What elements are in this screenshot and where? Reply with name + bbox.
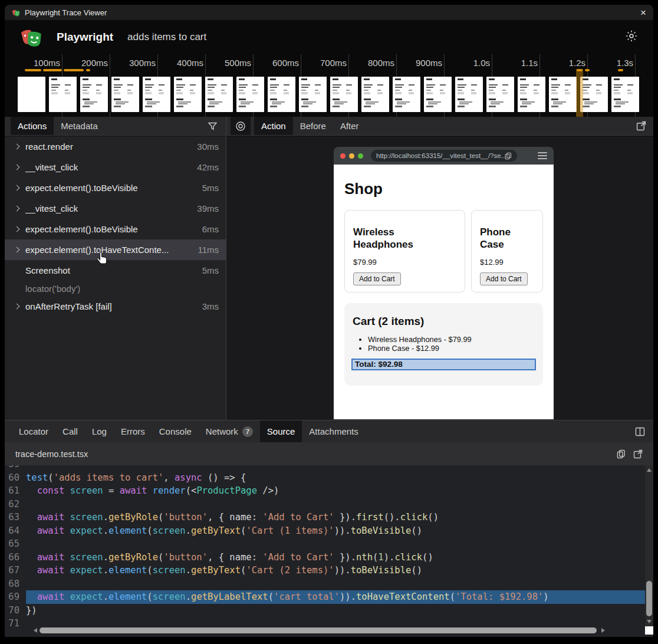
action-duration-bar bbox=[25, 69, 41, 71]
line-content: const screen = await render(<ProductPage… bbox=[26, 484, 645, 498]
split-view-icon[interactable] bbox=[635, 420, 645, 442]
action-row-vitest-click[interactable]: __vitest_click39ms bbox=[5, 198, 226, 219]
traffic-light-yellow bbox=[349, 153, 354, 159]
film-thumbnail[interactable] bbox=[580, 77, 608, 112]
film-thumbnail[interactable] bbox=[18, 77, 45, 112]
tab-locator[interactable]: Locator bbox=[12, 420, 55, 442]
film-thumbnail[interactable] bbox=[80, 77, 108, 112]
film-thumbnail[interactable] bbox=[111, 77, 139, 112]
film-thumbnail[interactable] bbox=[236, 77, 264, 112]
timeline[interactable]: 100ms200ms300ms400ms500ms600ms700ms800ms… bbox=[5, 54, 653, 117]
action-row-screenshot[interactable]: Screenshot5ms bbox=[5, 260, 226, 281]
action-row-expect-element-tohavetextconte[interactable]: expect.element().toHaveTextConte...11ms bbox=[5, 239, 226, 260]
action-row-vitest-click[interactable]: __vitest_click42ms bbox=[5, 157, 226, 178]
product-cards: Wireless Headphones$79.99Add to CartPhon… bbox=[344, 210, 543, 293]
tab-errors[interactable]: Errors bbox=[114, 420, 152, 442]
tab-after-label: After bbox=[340, 121, 359, 131]
code-line-60: 60test('adds items to cart', async () =>… bbox=[5, 471, 653, 485]
scroll-down-arrow[interactable] bbox=[647, 620, 652, 623]
line-content bbox=[26, 577, 645, 591]
test-title: adds items to cart bbox=[127, 31, 206, 43]
line-number: 64 bbox=[5, 524, 26, 538]
vertical-scrollbar-thumb[interactable] bbox=[646, 581, 652, 616]
action-label: Screenshot bbox=[25, 265, 70, 275]
copy-url-icon[interactable] bbox=[505, 152, 512, 160]
film-thumbnail[interactable] bbox=[330, 77, 358, 112]
film-thumbnail[interactable] bbox=[611, 77, 639, 112]
film-thumbnail[interactable] bbox=[424, 77, 452, 112]
chevron-right-icon[interactable] bbox=[14, 226, 20, 232]
action-label: __vitest_click bbox=[25, 162, 78, 172]
line-number: 65 bbox=[5, 537, 26, 551]
film-thumbnail[interactable] bbox=[518, 77, 545, 112]
film-thumbnail[interactable] bbox=[174, 77, 202, 112]
chevron-right-icon[interactable] bbox=[14, 165, 20, 170]
filmstrip bbox=[5, 77, 653, 112]
film-thumbnail[interactable] bbox=[49, 77, 77, 112]
code-line-61: 61 const screen = await render(<ProductP… bbox=[5, 484, 653, 498]
action-row-expect-element-tobevisible[interactable]: expect.element().toBeVisible6ms bbox=[5, 219, 226, 239]
chevron-right-icon[interactable] bbox=[14, 247, 20, 253]
action-row-expect-element-tobevisible[interactable]: expect.element().toBeVisible5ms bbox=[5, 178, 226, 198]
line-content: await expect.element(screen.getByLabelTe… bbox=[26, 590, 645, 604]
tab-call[interactable]: Call bbox=[55, 420, 85, 442]
film-thumbnail[interactable] bbox=[549, 77, 577, 112]
hamburger-menu-icon[interactable] bbox=[538, 152, 547, 159]
open-external-icon[interactable] bbox=[636, 117, 646, 135]
tab-source[interactable]: Source bbox=[260, 420, 302, 442]
tab-after[interactable]: After bbox=[333, 117, 366, 135]
add-to-cart-button[interactable]: Add to Cart bbox=[480, 272, 528, 285]
source-code-view[interactable]: 5960test('adds items to cart', async () … bbox=[5, 465, 653, 637]
code-lines: 5960test('adds items to cart', async () … bbox=[5, 465, 653, 630]
line-number: 59 bbox=[5, 465, 26, 471]
horizontal-scrollbar[interactable] bbox=[32, 626, 645, 635]
close-icon[interactable]: × bbox=[640, 8, 646, 18]
tab-attachments[interactable]: Attachments bbox=[302, 420, 365, 442]
action-row-onafterretrytask-fail[interactable]: onAfterRetryTask [fail]3ms bbox=[5, 296, 226, 317]
copy-source-icon[interactable] bbox=[617, 449, 626, 459]
line-number: 66 bbox=[5, 551, 26, 564]
film-thumbnail[interactable] bbox=[393, 77, 420, 112]
tab-log[interactable]: Log bbox=[85, 420, 114, 442]
action-row-react-render[interactable]: react.render30ms bbox=[5, 136, 226, 157]
tab-console-label: Console bbox=[159, 426, 192, 436]
add-to-cart-button[interactable]: Add to Cart bbox=[353, 272, 401, 285]
chevron-right-icon[interactable] bbox=[14, 144, 20, 150]
scroll-left-arrow[interactable] bbox=[34, 628, 37, 633]
address-bar[interactable]: http://localhost:63315/__vitest_test__/?… bbox=[371, 150, 517, 162]
tab-metadata[interactable]: Metadata bbox=[54, 117, 105, 135]
tab-metadata-label: Metadata bbox=[61, 121, 98, 131]
vertical-scrollbar[interactable] bbox=[645, 465, 653, 626]
tab-action[interactable]: Action bbox=[254, 117, 293, 135]
timeline-label: 900ms bbox=[401, 58, 442, 68]
scroll-right-arrow[interactable] bbox=[601, 628, 605, 633]
shop-heading: Shop bbox=[344, 180, 383, 198]
chevron-right-icon[interactable] bbox=[14, 185, 20, 191]
film-thumbnail[interactable] bbox=[205, 77, 233, 112]
line-number: 62 bbox=[5, 498, 26, 511]
film-thumbnail[interactable] bbox=[455, 77, 483, 112]
film-thumbnail[interactable] bbox=[299, 77, 327, 112]
chevron-right-icon[interactable] bbox=[14, 304, 20, 310]
action-duration-bar bbox=[64, 69, 84, 71]
film-thumbnail[interactable] bbox=[361, 77, 389, 112]
horizontal-scrollbar-thumb[interactable] bbox=[40, 627, 597, 633]
line-content: test('adds items to cart', async () => { bbox=[26, 471, 645, 485]
tab-before[interactable]: Before bbox=[293, 117, 333, 135]
timeline-label: 1.0s bbox=[449, 58, 490, 68]
gear-icon[interactable] bbox=[625, 29, 638, 45]
filter-icon[interactable] bbox=[208, 117, 218, 135]
film-thumbnail[interactable] bbox=[486, 77, 514, 112]
scroll-up-arrow[interactable] bbox=[647, 468, 652, 472]
chevron-right-icon[interactable] bbox=[14, 206, 20, 212]
tab-actions[interactable]: Actions bbox=[11, 117, 54, 135]
pick-locator-button[interactable] bbox=[231, 117, 251, 135]
timeline-selection-marker[interactable] bbox=[576, 69, 583, 117]
tab-attachments-label: Attachments bbox=[309, 426, 358, 436]
open-source-external-icon[interactable] bbox=[633, 449, 643, 459]
cart-item: Phone Case - $12.99 bbox=[368, 344, 536, 353]
tab-console[interactable]: Console bbox=[152, 420, 199, 442]
film-thumbnail[interactable] bbox=[143, 77, 170, 112]
tab-network[interactable]: Network7 bbox=[199, 420, 260, 442]
film-thumbnail[interactable] bbox=[268, 77, 295, 112]
